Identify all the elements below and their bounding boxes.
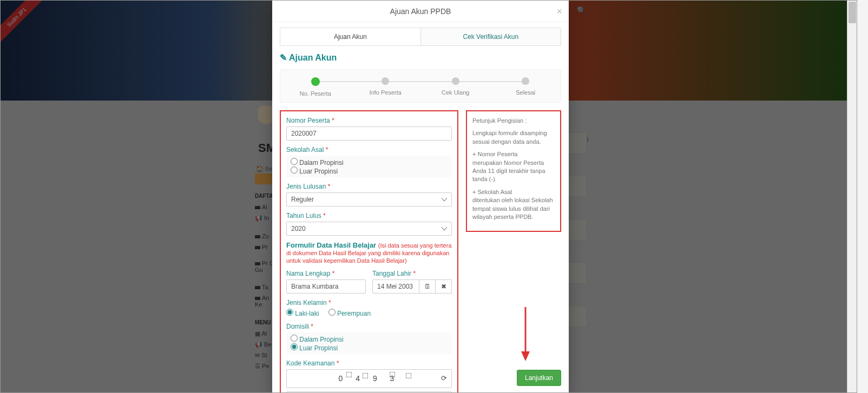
radio-group-domisili: Dalam Propinsi Luar Propinsi <box>286 332 452 354</box>
select-jenis-lulusan[interactable]: Reguler <box>286 192 452 207</box>
label-jenis-kelamin: Jenis Kelamin * <box>286 299 444 307</box>
select-tahun-lulus[interactable]: 2020 <box>286 222 452 236</box>
calendar-icon[interactable]: 🗓 <box>419 279 436 294</box>
step-cek-ulang: Cek Ulang <box>434 77 477 97</box>
tab-bar: Ajuan Akun Cek Verifikasi Akun <box>280 28 561 46</box>
radio-domisili-luar[interactable]: Luar Propinsi <box>291 344 338 352</box>
help-panel: Petunjuk Pengisian : Lengkapi formulir d… <box>466 110 561 232</box>
step-selesai: Selesai <box>504 77 547 97</box>
label-jenis-lulusan: Jenis Lulusan * <box>286 183 452 190</box>
radio-dalam-propinsi[interactable]: Dalam Propinsi <box>291 159 344 166</box>
captcha-image: 0 4 9 3 ⟳ <box>286 369 452 388</box>
label-tanggal-lahir: Tanggal Lahir * <box>372 270 452 277</box>
radio-luar-propinsi[interactable]: Luar Propinsi <box>291 168 338 175</box>
step-no-peserta: No. Peserta <box>294 77 337 97</box>
modal-header: Ajuan Akun PPDB × <box>272 1 569 22</box>
label-domisili: Domisili * <box>286 323 452 330</box>
help-text: Lengkapi formulir disamping sesuai denga… <box>472 129 555 146</box>
radio-perempuan[interactable]: Perempuan <box>328 310 371 317</box>
radio-group-sekolah-asal: Dalam Propinsi Luar Propinsi <box>286 156 452 177</box>
stepper-line <box>313 81 528 82</box>
section-title: Ajuan Akun <box>280 52 561 63</box>
modal-title: Ajuan Akun PPDB <box>390 7 451 16</box>
close-icon[interactable]: × <box>556 1 562 22</box>
input-tanggal-lahir[interactable] <box>372 279 419 294</box>
step-info-peserta: Info Peserta <box>364 77 407 97</box>
help-title: Petunjuk Pengisian : <box>472 117 555 125</box>
clear-date-icon[interactable]: ✖ <box>436 279 452 294</box>
label-tahun-lulus: Tahun Lulus * <box>286 212 452 219</box>
tab-ajuan-akun[interactable]: Ajuan Akun <box>280 28 421 45</box>
tab-cek-verifikasi[interactable]: Cek Verifikasi Akun <box>421 28 561 45</box>
viewport: Sudin JP1 SM 🔍 PPDB 🏠 Be DAFTA Al 📢 In Z… <box>0 0 857 393</box>
progress-stepper: No. Peserta Info Peserta Cek Ulang Seles… <box>280 69 561 103</box>
formulir-heading: Formulir Data Hasil Belajar <box>286 241 378 249</box>
svg-marker-1 <box>521 351 530 361</box>
modal-dialog: Ajuan Akun PPDB × Ajuan Akun Cek Verifik… <box>272 1 569 393</box>
form-panel: Nomor Peserta * Sekolah Asal * Dalam Pro… <box>280 110 458 393</box>
input-nomor-peserta[interactable] <box>286 126 452 141</box>
label-sekolah-asal: Sekolah Asal * <box>286 146 452 154</box>
label-nomor-peserta: Nomor Peserta * <box>286 117 452 124</box>
help-text: + Sekolah Asalditentukan oleh lokasi Sek… <box>472 188 555 222</box>
radio-domisili-dalam[interactable]: Dalam Propinsi <box>291 336 344 343</box>
vertical-scrollbar[interactable] <box>847 1 857 392</box>
label-nama-lengkap: Nama Lengkap * <box>286 270 366 277</box>
arrow-down-icon <box>520 307 531 361</box>
lanjutkan-button[interactable]: Lanjutkan <box>517 370 561 386</box>
help-text: + Nomor Pesertamerupakan Nomor Peserta A… <box>472 150 555 184</box>
refresh-captcha-icon[interactable]: ⟳ <box>441 374 447 382</box>
scrollbar-thumb[interactable] <box>849 2 856 23</box>
label-kode-keamanan: Kode Keamanan * <box>286 359 452 367</box>
input-nama-lengkap[interactable] <box>286 279 366 294</box>
radio-laki-laki[interactable]: Laki-laki <box>286 310 319 317</box>
